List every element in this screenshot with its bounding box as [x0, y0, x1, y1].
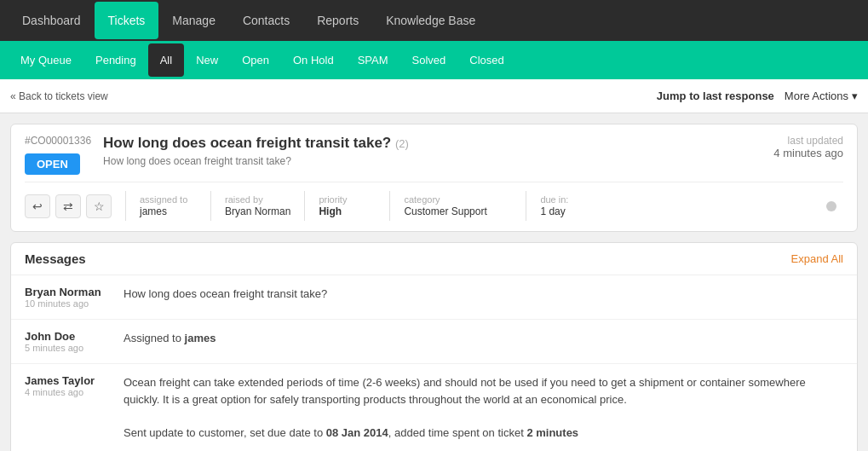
message-body: Ocean freight can take extended periods …	[124, 374, 843, 441]
messages-title: Messages	[25, 252, 86, 266]
last-updated-label: last updated	[788, 135, 843, 147]
subnav-my-queue[interactable]: My Queue	[9, 43, 83, 77]
message-author: John Doe 5 minutes ago	[25, 330, 110, 353]
nav-contacts[interactable]: Contacts	[229, 2, 303, 39]
message-author: James Taylor 4 minutes ago	[25, 374, 110, 441]
author-name: John Doe	[25, 330, 110, 343]
ticket-meta-fields: assigned to james raised by Bryan Norman…	[125, 191, 826, 221]
ticket-title: How long does ocean freight transit take…	[103, 135, 409, 152]
messages-section: Messages Expand All Bryan Norman 10 minu…	[10, 242, 858, 451]
ticket-status-button[interactable]: OPEN	[25, 153, 80, 175]
ticket-meta-row: ↩ ⇄ ☆ assigned to james raised by Bryan …	[25, 182, 843, 221]
nav-dashboard[interactable]: Dashboard	[9, 2, 95, 39]
meta-category: category Customer Support	[389, 191, 526, 221]
assigned-to-label: assigned to	[140, 194, 197, 205]
nav-manage[interactable]: Manage	[158, 2, 229, 39]
nav-tickets[interactable]: Tickets	[95, 2, 159, 39]
subnav-on-hold[interactable]: On Hold	[281, 43, 346, 77]
author-time: 4 minutes ago	[25, 387, 110, 397]
subnav-pending[interactable]: Pending	[83, 43, 148, 77]
priority-value: High	[319, 205, 342, 217]
jump-to-last-response-link[interactable]: Jump to last response	[657, 90, 774, 102]
assign-button[interactable]: ⇄	[55, 194, 81, 218]
category-label: category	[404, 194, 512, 205]
more-actions-dropdown[interactable]: More Actions ▾	[785, 90, 858, 102]
more-actions-label: More Actions	[785, 90, 848, 102]
top-navigation: Dashboard Tickets Manage Contacts Report…	[0, 0, 868, 41]
raised-by-label: raised by	[225, 194, 290, 205]
ticket-id: #CO00001336	[25, 135, 91, 147]
main-content: #CO00001336 OPEN How long does ocean fre…	[0, 113, 868, 451]
last-updated-time: 4 minutes ago	[773, 147, 843, 159]
breadcrumb-toolbar: Back to tickets view Jump to last respon…	[0, 79, 868, 113]
ticket-header-left: How long does ocean freight transit take…	[103, 135, 409, 167]
update-date: 08 Jan 2014	[326, 426, 388, 439]
message-text: Ocean freight can take extended periods …	[124, 376, 806, 406]
message-item: James Taylor 4 minutes ago Ocean freight…	[11, 364, 857, 451]
ticket-action-buttons: ↩ ⇄ ☆	[25, 194, 112, 218]
category-value: Customer Support	[404, 205, 486, 217]
ticket-header: #CO00001336 OPEN How long does ocean fre…	[25, 135, 843, 175]
star-button[interactable]: ☆	[86, 194, 112, 218]
update-time: 2 minutes	[526, 426, 578, 439]
assigned-name-highlight: james	[185, 332, 216, 344]
messages-header: Messages Expand All	[11, 243, 857, 275]
meta-assigned-to: assigned to james	[125, 191, 210, 221]
ticket-card: #CO00001336 OPEN How long does ocean fre…	[10, 124, 858, 232]
raised-by-value: Bryan Norman	[225, 205, 290, 217]
meta-due-in: due in: 1 day	[526, 191, 611, 221]
expand-all-link[interactable]: Expand All	[791, 252, 843, 265]
author-name: James Taylor	[25, 374, 110, 387]
nav-knowledge-base[interactable]: Knowledge Base	[372, 2, 489, 39]
meta-raised-by: raised by Bryan Norman	[210, 191, 304, 221]
sub-navigation: My Queue Pending All New Open On Hold SP…	[0, 41, 868, 79]
status-dot	[826, 201, 836, 211]
author-time: 5 minutes ago	[25, 343, 110, 353]
back-link-container: Back to tickets view	[10, 90, 108, 102]
message-body: Assigned to james	[124, 330, 843, 353]
ticket-id-status: #CO00001336 OPEN	[25, 135, 91, 175]
assigned-to-value: james	[140, 205, 167, 217]
message-author: Bryan Norman 10 minutes ago	[25, 286, 110, 309]
ticket-count: (2)	[395, 137, 409, 150]
message-item: John Doe 5 minutes ago Assigned to james	[11, 320, 857, 364]
reply-button[interactable]: ↩	[25, 194, 50, 218]
author-time: 10 minutes ago	[25, 298, 110, 309]
subnav-open[interactable]: Open	[230, 43, 281, 77]
ticket-last-updated: last updated 4 minutes ago	[773, 135, 843, 159]
subnav-all[interactable]: All	[148, 43, 184, 77]
subnav-solved[interactable]: Solved	[400, 43, 458, 77]
update-note: Sent update to customer, set due date to…	[124, 426, 578, 439]
back-to-tickets-link[interactable]: Back to tickets view	[10, 90, 108, 102]
message-body: How long does ocean freight transit take…	[124, 286, 843, 309]
subnav-closed[interactable]: Closed	[457, 43, 515, 77]
meta-priority: priority High	[304, 191, 389, 221]
author-name: Bryan Norman	[25, 286, 110, 298]
due-in-value: 1 day	[540, 205, 565, 217]
ticket-subtitle: How long does ocean freight transit take…	[103, 155, 409, 167]
due-in-label: due in:	[540, 194, 597, 205]
subnav-new[interactable]: New	[184, 43, 230, 77]
priority-label: priority	[319, 194, 376, 205]
toolbar-right-actions: Jump to last response More Actions ▾	[657, 90, 858, 102]
chevron-down-icon: ▾	[852, 90, 858, 102]
subnav-spam[interactable]: SPAM	[346, 43, 400, 77]
message-item: Bryan Norman 10 minutes ago How long doe…	[11, 275, 857, 320]
nav-reports[interactable]: Reports	[303, 2, 372, 39]
